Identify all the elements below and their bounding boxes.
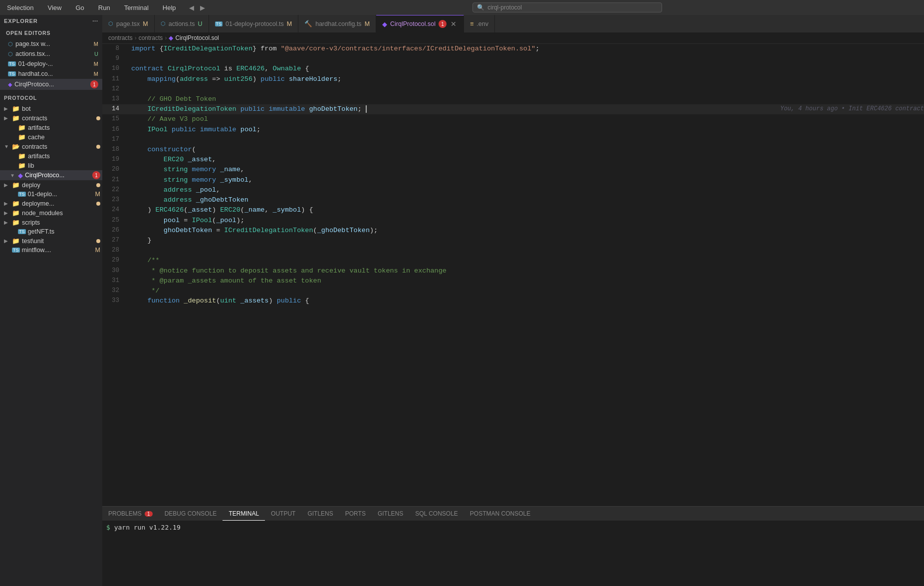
tab-hardhat-ts[interactable]: 🔨 hardhat.config.ts M	[298, 15, 376, 32]
breadcrumb-file[interactable]: CirqlProtocol.sol	[175, 34, 219, 41]
terminal-content[interactable]: $ yarn run v1.22.19	[102, 521, 924, 586]
folder-icon: 📁	[18, 124, 26, 131]
collapse-icon: ▶	[4, 201, 10, 206]
sidebar-item-deploy[interactable]: ▶ 📁 deploy	[0, 180, 102, 190]
menu-view[interactable]: View	[44, 3, 64, 12]
nav-forward-button[interactable]: ▶	[198, 3, 207, 12]
panel-tab-problems[interactable]: PROBLEMS 1	[102, 507, 159, 521]
menu-selection[interactable]: Selection	[4, 3, 36, 12]
breadcrumb-sep-2: ›	[165, 34, 167, 41]
file-label: actions.tsx...	[15, 50, 50, 57]
line-number: 29	[102, 256, 127, 265]
tab-env[interactable]: ≡ .env	[464, 15, 495, 32]
tab-actions-ts[interactable]: ⬡ actions.ts U	[155, 15, 209, 32]
line-number: 14	[102, 104, 127, 114]
panel-tab-output[interactable]: OUTPUT	[265, 507, 301, 521]
code-line-26: 26 ghoDebtToken = ICreditDelegationToken…	[102, 226, 924, 236]
breadcrumb-part-1[interactable]: contracts	[108, 34, 133, 41]
code-line-22: 22 address _pool,	[102, 185, 924, 195]
sidebar-item-bot[interactable]: ▶ 📁 bot	[0, 104, 102, 113]
line-number: 17	[102, 135, 127, 144]
item-label: contracts	[22, 143, 47, 150]
panel-tab-terminal[interactable]: TERMINAL	[223, 507, 265, 521]
file-badge-num: 1	[92, 171, 100, 179]
code-line-27: 27 }	[102, 236, 924, 246]
sidebar-item-test-unit[interactable]: ▶ 📁 test\unit	[0, 236, 102, 246]
sidebar-item-page-tsx[interactable]: ⬡ page.tsx w... M	[0, 39, 102, 49]
tab-label: PROBLEMS	[108, 510, 142, 517]
tab-label: 01-deploy-protocol.ts	[226, 20, 284, 27]
sidebar-item-deploy-ts[interactable]: TS 01-deploy-... M	[0, 59, 102, 69]
menu-go[interactable]: Go	[72, 3, 87, 12]
sidebar-item-lib[interactable]: 📁 lib	[0, 161, 102, 170]
sidebar-item-cache[interactable]: 📁 cache	[0, 132, 102, 142]
item-label: contracts	[22, 115, 47, 122]
sidebar-item-cirql-sol-tree[interactable]: ▼ ◆ CirqlProtoco... 1	[0, 170, 102, 180]
line-number: 11	[102, 74, 127, 84]
item-label: bot	[22, 105, 30, 112]
tab-page-tsx[interactable]: ⬡ page.tsx M	[102, 15, 155, 32]
collapse-icon: ▼	[10, 173, 16, 178]
collapse-icon: ▶	[4, 115, 10, 121]
code-editor[interactable]: 8 import {ICreditDelegationToken} from "…	[102, 44, 924, 506]
line-number: 22	[102, 185, 127, 195]
code-line-15: 15 // Aave V3 pool	[102, 114, 924, 124]
code-line-9: 9	[102, 54, 924, 64]
line-content: ) ERC4626(_asset) ERC20(_name, _symbol) …	[127, 205, 924, 215]
sidebar-item-hardhat-ts[interactable]: TS hardhat.co... M	[0, 69, 102, 79]
panel-tab-ports[interactable]: PORTS	[339, 507, 372, 521]
sidebar-item-deployme[interactable]: ▶ 📁 deployme...	[0, 199, 102, 208]
sidebar-item-artifacts-1[interactable]: 📁 artifacts	[0, 123, 102, 132]
sidebar-item-node-modules[interactable]: ▶ 📁 node_modules	[0, 208, 102, 218]
tab-deploy-ts[interactable]: TS 01-deploy-protocol.ts M	[209, 15, 299, 32]
folder-icon: 📁	[18, 133, 26, 141]
item-label: cache	[28, 134, 44, 141]
line-content: IPool public immutable pool;	[127, 125, 924, 135]
folder-icon: 📁	[18, 152, 26, 160]
sidebar-item-artifacts-2[interactable]: 📁 artifacts	[0, 151, 102, 161]
line-number: 26	[102, 226, 127, 235]
file-badge-m: M	[95, 191, 100, 198]
panel-tab-gitlens-2[interactable]: GITLENS	[372, 507, 409, 521]
nav-back-button[interactable]: ◀	[187, 3, 196, 12]
menu-run[interactable]: Run	[95, 3, 113, 12]
sidebar-item-mintflow[interactable]: TS mintflow.... M	[0, 246, 102, 255]
tab-close-button[interactable]: ✕	[450, 20, 458, 28]
tab-label: PORTS	[345, 510, 366, 517]
terminal-line-1: $ yarn run v1.22.19	[106, 523, 920, 533]
tab-label: GITLENS	[307, 510, 333, 517]
sidebar-item-scripts[interactable]: ▶ 📁 scripts	[0, 218, 102, 227]
file-label: hardhat.co...	[18, 70, 53, 77]
panel-tab-debug[interactable]: DEBUG CONSOLE	[159, 507, 223, 521]
sidebar-item-cirql-sol[interactable]: ◆ CirqlProtoco... 1	[0, 79, 102, 90]
line-content: contract CirqlProtocol is ERC4626, Ownab…	[127, 64, 924, 74]
panel-tab-gitlens-1[interactable]: GITLENS	[301, 507, 339, 521]
folder-icon: 📁	[12, 114, 20, 122]
sidebar-item-contracts-top[interactable]: ▶ 📁 contracts	[0, 113, 102, 123]
breadcrumb-part-2[interactable]: contracts	[139, 34, 163, 41]
folder-icon: 📁	[12, 181, 20, 189]
file-badge-m: M	[94, 71, 98, 77]
code-line-24: 24 ) ERC4626(_asset) ERC20(_name, _symbo…	[102, 205, 924, 215]
sidebar-item-01-deploy[interactable]: TS 01-deplo... M	[0, 190, 102, 199]
menu-help[interactable]: Help	[160, 3, 179, 12]
line-content: /**	[127, 256, 924, 266]
file-badge-m: M	[95, 247, 100, 254]
explorer-dots[interactable]: ···	[92, 18, 98, 24]
search-bar[interactable]: 🔍 cirql-protocol	[472, 2, 662, 12]
line-number: 23	[102, 195, 127, 205]
tab-label: CirqlProtocol.sol	[390, 20, 436, 27]
menubar: Selection View Go Run Terminal Help ◀ ▶ …	[0, 0, 924, 15]
file-label: page.tsx w...	[15, 40, 50, 47]
git-annotation: You, 4 hours ago • Init ERC4626 contract	[780, 104, 924, 113]
sidebar-item-contracts-expanded[interactable]: ▼ 📂 contracts	[0, 142, 102, 151]
code-line-18: 18 constructor(	[102, 145, 924, 155]
tab-cirql-sol[interactable]: ◆ CirqlProtocol.sol 1 ✕	[376, 15, 464, 32]
sidebar-item-actions-tsx[interactable]: ⬡ actions.tsx... U	[0, 49, 102, 59]
sidebar: EXPLORER ··· OPEN EDITORS ⬡ page.tsx w..…	[0, 15, 102, 586]
sidebar-item-getnft[interactable]: TS getNFT.ts	[0, 227, 102, 236]
menu-terminal[interactable]: Terminal	[121, 3, 152, 12]
panel-tab-postman[interactable]: POSTMAN CONSOLE	[464, 507, 536, 521]
collapse-icon: ▼	[4, 144, 10, 149]
panel-tab-sql[interactable]: SQL CONSOLE	[409, 507, 464, 521]
